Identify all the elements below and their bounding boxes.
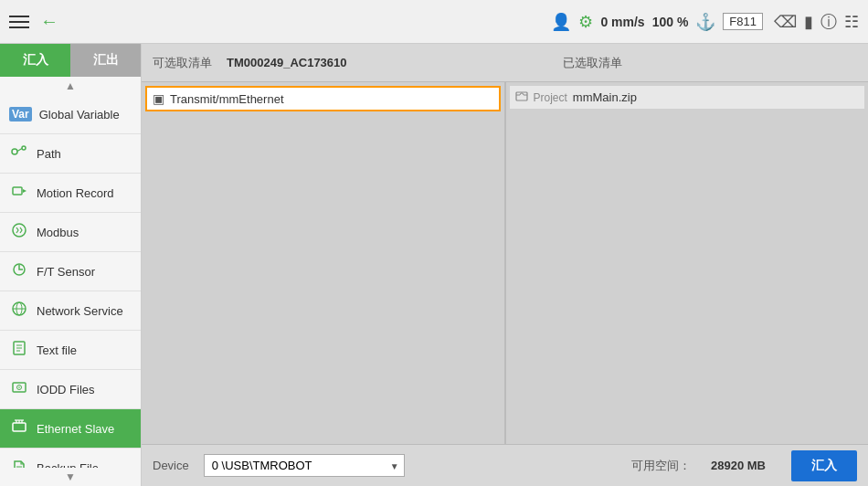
sidebar: 汇入 汇出 ▲ Var Global Variable Path Motion … [0, 44, 142, 486]
motion-record-icon [9, 183, 29, 204]
back-arrow[interactable]: ← [40, 11, 58, 32]
sidebar-item-path[interactable]: Path [0, 134, 141, 174]
available-list-label: 可选取清单 [153, 55, 212, 71]
svg-point-15 [18, 386, 20, 388]
sidebar-item-label: Motion Record [37, 186, 114, 200]
selected-list-item[interactable]: Project mmMain.zip [510, 86, 865, 109]
sidebar-item-label: Backup File [37, 461, 99, 469]
free-space-value: 28920 MB [711, 459, 766, 472]
content-area: 可选取清单 TM000249_AC173610 已选取清单 ▣ Transmit… [142, 44, 868, 486]
tab-row: 汇入 汇出 [0, 44, 141, 77]
top-icons: ⌫ ▮ ⓘ ☷ [774, 11, 859, 33]
tab-import[interactable]: 汇入 [0, 44, 70, 77]
device-select[interactable]: 0 \USB\TMROBOT [204, 454, 405, 477]
iodd-files-icon [9, 379, 29, 400]
percent-display: 100 % [652, 15, 689, 29]
global-variable-icon: Var [9, 107, 32, 122]
svg-rect-16 [13, 423, 26, 431]
f811-badge: F811 [723, 13, 763, 30]
tab-export[interactable]: 汇出 [70, 44, 141, 77]
ethernet-slave-icon [9, 418, 29, 439]
modbus-icon [9, 222, 29, 243]
sidebar-item-text-file[interactable]: Text file [0, 331, 141, 370]
svg-marker-3 [23, 189, 26, 193]
project-file-name: mmMain.zip [573, 90, 637, 104]
hamburger-menu[interactable] [9, 16, 29, 28]
sidebar-item-ethernet-slave[interactable]: Ethernet Slave [0, 409, 141, 449]
robot-icon: ⚙ [578, 12, 593, 32]
sidebar-item-label: F/T Sensor [37, 265, 95, 279]
device-id: TM000249_AC173610 [227, 56, 347, 69]
bottom-bar: Device 0 \USB\TMROBOT 可用空间： 28920 MB 汇入 [142, 444, 868, 486]
sidebar-item-modbus[interactable]: Modbus [0, 213, 141, 252]
checkbox-icon: ▣ [153, 91, 164, 106]
sidebar-item-iodd-files[interactable]: IODD Files [0, 370, 141, 409]
project-label-text: Project [534, 91, 567, 104]
info-icon[interactable]: ⓘ [820, 11, 837, 33]
sidebar-item-label: Modbus [37, 226, 79, 239]
sidebar-item-global-variable[interactable]: Var Global Variable [0, 95, 141, 134]
speed-display: 0 mm/s [600, 15, 644, 29]
sidebar-item-backup-file[interactable]: Backup File [0, 449, 141, 468]
available-item-label: Transmit/mmEthernet [170, 92, 284, 106]
import-header: 可选取清单 TM000249_AC173610 已选取清单 [142, 44, 868, 82]
svg-point-1 [22, 146, 26, 150]
available-list-item[interactable]: ▣ Transmit/mmEthernet [145, 86, 501, 111]
sidebar-item-label: Network Service [37, 304, 123, 318]
sidebar-item-motion-record[interactable]: Motion Record [0, 174, 141, 213]
sidebar-item-label: Global Variable [39, 108, 120, 122]
path-icon [9, 143, 29, 164]
sidebar-item-label: Text file [37, 343, 77, 357]
scroll-down-arrow[interactable]: ▼ [0, 468, 141, 486]
free-space-label: 可用空间： [631, 458, 691, 474]
joint-icon[interactable]: ⌫ [774, 12, 797, 32]
svg-point-4 [13, 224, 26, 237]
network-status-icon: ⚓ [695, 12, 715, 32]
svg-rect-2 [13, 187, 22, 195]
menu-icon[interactable]: ☷ [844, 12, 859, 32]
svg-point-0 [12, 149, 17, 154]
main-layout: 汇入 汇出 ▲ Var Global Variable Path Motion … [0, 44, 868, 486]
available-list-panel: ▣ Transmit/mmEthernet [142, 82, 504, 444]
device-select-wrap: 0 \USB\TMROBOT [204, 454, 405, 477]
selected-list-label: 已选取清单 [563, 55, 622, 71]
top-bar: ← 👤 ⚙ 0 mm/s 100 % ⚓ F811 ⌫ ▮ ⓘ ☷ [0, 0, 868, 44]
lists-area: ▣ Transmit/mmEthernet Project mmMain.zip [142, 82, 868, 444]
network-service-icon [9, 301, 29, 322]
sidebar-item-label: Path [37, 147, 61, 161]
import-button[interactable]: 汇入 [791, 450, 857, 481]
ft-sensor-icon [9, 261, 29, 282]
sidebar-item-network-service[interactable]: Network Service [0, 291, 141, 331]
person-icon: 👤 [551, 12, 571, 32]
sidebar-item-label: Ethernet Slave [37, 422, 114, 436]
sidebar-item-label: IODD Files [37, 383, 95, 396]
sidebar-items: Var Global Variable Path Motion Record [0, 95, 141, 468]
status-group: 👤 ⚙ 0 mm/s 100 % ⚓ F811 [551, 12, 763, 32]
device-label: Device [153, 459, 189, 472]
sidebar-item-ft-sensor[interactable]: F/T Sensor [0, 252, 141, 291]
text-file-icon [9, 340, 29, 361]
backup-file-icon [9, 458, 29, 469]
selected-list-panel: Project mmMain.zip [504, 82, 869, 444]
project-category-icon [515, 90, 528, 105]
scroll-up-arrow[interactable]: ▲ [0, 77, 141, 95]
monitor-icon[interactable]: ▮ [804, 12, 813, 32]
